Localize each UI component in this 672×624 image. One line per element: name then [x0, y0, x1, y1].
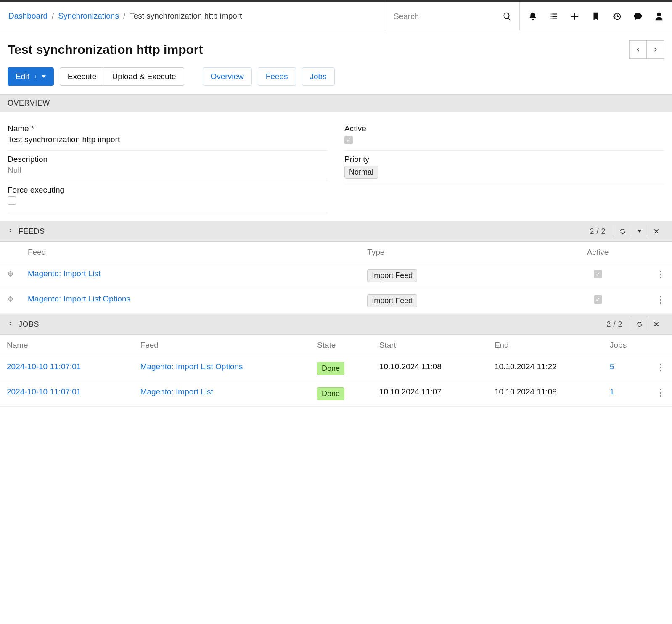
tab-overview[interactable]: Overview — [203, 67, 252, 86]
record-nav — [629, 40, 664, 59]
breadcrumb-sep: / — [123, 11, 125, 22]
breadcrumb: Dashboard / Synchronizations / Test sync… — [0, 2, 385, 31]
search-icon[interactable] — [503, 12, 512, 21]
state-badge: Done — [317, 362, 344, 375]
field-active: Active — [344, 120, 664, 151]
row-actions-icon[interactable]: ⋮ — [649, 381, 672, 407]
feeds-panel-header: FEEDS 2 / 2 — [0, 221, 672, 242]
jobs-col-end: End — [488, 335, 603, 356]
feed-active-checkbox[interactable] — [594, 295, 602, 304]
list-icon[interactable] — [549, 12, 558, 21]
field-description-label: Description — [8, 155, 328, 164]
job-name-link[interactable]: 2024-10-10 11:07:01 — [7, 362, 81, 371]
job-end: 10.10.2024 11:22 — [488, 356, 603, 381]
drag-handle-icon[interactable]: ✥ — [0, 263, 21, 288]
caret-down-icon — [42, 75, 46, 78]
breadcrumb-item-synchronizations[interactable]: Synchronizations — [58, 11, 119, 22]
overview-body: Name * Test synchronization http import … — [0, 112, 672, 221]
refresh-icon[interactable] — [614, 225, 631, 237]
execute-group: Execute Upload & Execute — [60, 67, 184, 86]
upload-execute-button[interactable]: Upload & Execute — [104, 67, 184, 86]
field-name-value: Test synchronization http import — [8, 135, 328, 144]
title-row: Test synchronization http import — [0, 31, 672, 64]
plus-icon[interactable] — [570, 12, 579, 21]
field-name-label: Name * — [8, 124, 328, 133]
jobs-count: 2 / 2 — [606, 320, 622, 329]
feeds-col-feed: Feed — [21, 242, 360, 263]
row-actions-icon[interactable]: ⋮ — [649, 356, 672, 381]
drag-handle-icon[interactable]: ✥ — [0, 288, 21, 314]
jobs-col-feed: Feed — [134, 335, 310, 356]
caret-down-icon[interactable] — [631, 225, 648, 237]
next-record-button[interactable] — [647, 40, 664, 59]
feed-type-badge: Import Feed — [367, 294, 417, 307]
tab-feeds[interactable]: Feeds — [258, 67, 296, 86]
edit-dropdown-toggle[interactable] — [35, 75, 46, 78]
jobs-col-jobs: Jobs — [603, 335, 649, 356]
row-actions-icon[interactable]: ⋮ — [649, 263, 672, 288]
sort-icon[interactable] — [8, 227, 13, 236]
feed-link[interactable]: Magento: Import List Options — [28, 294, 130, 303]
priority-badge: Normal — [344, 166, 378, 179]
feeds-col-type: Type — [360, 242, 546, 263]
job-start: 10.10.2024 11:08 — [373, 356, 488, 381]
history-icon[interactable] — [612, 12, 622, 21]
jobs-col-state: State — [310, 335, 373, 356]
force-executing-checkbox[interactable] — [8, 196, 16, 205]
job-feed-link[interactable]: Magento: Import List Options — [140, 362, 243, 371]
job-start: 10.10.2024 11:07 — [373, 381, 488, 407]
jobs-panel-header: JOBS 2 / 2 — [0, 314, 672, 335]
field-description-value: Null — [8, 166, 328, 175]
field-priority-label: Priority — [344, 155, 664, 164]
job-count-link[interactable]: 1 — [610, 387, 614, 396]
feed-active-checkbox[interactable] — [594, 270, 602, 278]
breadcrumb-item-dashboard[interactable]: Dashboard — [8, 11, 48, 22]
job-name-link[interactable]: 2024-10-10 11:07:01 — [7, 387, 81, 396]
refresh-icon[interactable] — [631, 318, 648, 330]
jobs-col-name: Name — [0, 335, 134, 356]
field-description: Description Null — [8, 151, 328, 181]
feeds-heading: FEEDS — [19, 227, 590, 236]
action-bar: Edit Execute Upload & Execute Overview F… — [0, 64, 672, 94]
field-force-executing: Force executing — [8, 181, 328, 213]
tab-jobs[interactable]: Jobs — [302, 67, 335, 86]
edit-button-label: Edit — [16, 72, 29, 81]
state-badge: Done — [317, 387, 344, 400]
active-checkbox[interactable] — [344, 136, 353, 144]
job-feed-link[interactable]: Magento: Import List — [140, 387, 213, 396]
field-priority: Priority Normal — [344, 151, 664, 185]
field-name: Name * Test synchronization http import — [8, 120, 328, 151]
field-active-label: Active — [344, 124, 664, 133]
search-input[interactable] — [393, 11, 498, 21]
edit-button[interactable]: Edit — [8, 67, 54, 86]
prev-record-button[interactable] — [629, 40, 647, 59]
user-icon[interactable] — [654, 12, 664, 21]
bell-icon[interactable] — [528, 12, 537, 21]
jobs-heading: JOBS — [19, 320, 606, 329]
overview-panel-header: OVERVIEW — [0, 94, 672, 112]
table-row: ✥ Magento: Import List Options Import Fe… — [0, 288, 672, 314]
page-title: Test synchronization http import — [8, 42, 629, 57]
field-force-label: Force executing — [8, 185, 328, 195]
topbar-icons — [520, 2, 672, 31]
bookmark-icon[interactable] — [591, 12, 601, 21]
topbar: Dashboard / Synchronizations / Test sync… — [0, 2, 672, 31]
close-icon[interactable] — [648, 318, 664, 330]
feed-type-badge: Import Feed — [367, 269, 417, 282]
job-count-link[interactable]: 5 — [610, 362, 614, 371]
jobs-table: Name Feed State Start End Jobs 2024-10-1… — [0, 335, 672, 407]
jobs-col-start: Start — [373, 335, 488, 356]
breadcrumb-item-current: Test synchronization http import — [130, 11, 242, 22]
execute-button[interactable]: Execute — [60, 67, 105, 86]
feeds-count: 2 / 2 — [590, 227, 606, 236]
sort-icon[interactable] — [8, 320, 13, 329]
overview-heading: OVERVIEW — [8, 99, 664, 108]
feeds-table: Feed Type Active ✥ Magento: Import List … — [0, 242, 672, 314]
feed-link[interactable]: Magento: Import List — [28, 269, 101, 278]
chat-icon[interactable] — [633, 12, 643, 21]
feeds-col-active: Active — [546, 242, 649, 263]
search-wrap — [385, 2, 520, 31]
close-icon[interactable] — [648, 225, 664, 237]
row-actions-icon[interactable]: ⋮ — [649, 288, 672, 314]
table-row: 2024-10-10 11:07:01 Magento: Import List… — [0, 356, 672, 381]
